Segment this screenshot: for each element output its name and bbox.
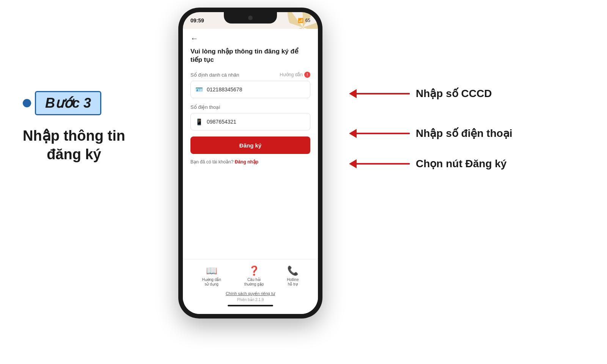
phone-input[interactable]: 📱 0987654321 bbox=[190, 113, 310, 130]
cccd-label: Số định danh cá nhân bbox=[190, 72, 239, 78]
guide-nav-icon: 📖 bbox=[206, 265, 217, 276]
nav-item-guide[interactable]: 📖 Hướng dẫnsử dụng bbox=[202, 265, 221, 287]
annotation-cccd: Nhập số CCCD bbox=[349, 87, 492, 100]
phone-value: 0987654321 bbox=[207, 119, 236, 125]
register-button[interactable]: Đăng ký bbox=[190, 136, 310, 154]
guide-row[interactable]: Hướng dẫn ! bbox=[280, 72, 310, 78]
battery-text: 65 bbox=[305, 18, 310, 23]
app-content: ← Vui lòng nhập thông tin đăng ký để tiế… bbox=[183, 29, 318, 314]
annotation-register-text: Chọn nút Đăng ký bbox=[416, 157, 506, 170]
nav-item-faq[interactable]: ❓ Câu hỏithường gặp bbox=[244, 265, 264, 287]
guide-text: Hướng dẫn bbox=[280, 72, 303, 77]
back-button[interactable]: ← bbox=[190, 34, 310, 43]
cccd-label-row: Số định danh cá nhân Hướng dẫn ! bbox=[190, 72, 310, 78]
arrow-register-line bbox=[357, 163, 410, 165]
nav-item-hotline[interactable]: 📞 Hotlinehỗ trợ bbox=[287, 265, 299, 287]
wifi-icon: 📶 bbox=[298, 18, 304, 23]
guide-nav-label: Hướng dẫnsử dụng bbox=[202, 278, 221, 287]
status-icons: 📶 65 bbox=[298, 18, 310, 23]
cccd-value: 012188345678 bbox=[207, 86, 242, 93]
arrow-cccd-head bbox=[349, 89, 357, 98]
cccd-input[interactable]: 🪪 012188345678 bbox=[190, 81, 310, 98]
guide-icon: ! bbox=[304, 72, 310, 78]
phone-container: 09:59 📶 65 ← Vui lòng nhập thông tin đăn… bbox=[178, 8, 322, 318]
annotation-phone: Nhập số điện thoại bbox=[349, 127, 513, 140]
cccd-icon: 🪪 bbox=[195, 86, 203, 93]
login-prompt-text: Bạn đã có tài khoản? bbox=[190, 159, 233, 165]
phone-label-row: Số điện thoại bbox=[190, 104, 310, 110]
annotation-cccd-text: Nhập số CCCD bbox=[416, 87, 492, 100]
step-dot bbox=[23, 99, 31, 107]
login-link[interactable]: Đăng nhập bbox=[235, 159, 258, 165]
phone-screen: 09:59 📶 65 ← Vui lòng nhập thông tin đăn… bbox=[183, 12, 318, 314]
phone-notch bbox=[224, 12, 277, 24]
notch-camera bbox=[248, 16, 253, 20]
arrow-cccd-line bbox=[357, 93, 410, 94]
annotation-phone-text: Nhập số điện thoại bbox=[416, 127, 513, 140]
arrow-cccd bbox=[349, 89, 410, 98]
home-indicator bbox=[228, 305, 273, 306]
login-prompt: Bạn đã có tài khoản? Đăng nhập bbox=[190, 159, 310, 165]
phone-frame: 09:59 📶 65 ← Vui lòng nhập thông tin đăn… bbox=[178, 8, 322, 318]
bottom-nav: 📖 Hướng dẫnsử dụng ❓ Câu hỏithường gặp 📞… bbox=[183, 259, 318, 314]
step-description: Nhập thông tin đăng ký bbox=[23, 127, 125, 164]
form-section: Số định danh cá nhân Hướng dẫn ! 🪪 01218… bbox=[183, 72, 318, 165]
arrow-phone bbox=[349, 129, 410, 138]
annotation-register: Chọn nút Đăng ký bbox=[349, 157, 506, 170]
step-desc-line2: đăng ký bbox=[47, 146, 101, 162]
arrow-phone-line bbox=[357, 133, 410, 134]
faq-nav-icon: ❓ bbox=[248, 265, 260, 276]
step-label: Bước 3 bbox=[45, 95, 91, 111]
app-title: Vui lòng nhập thông tin đăng ký để tiếp … bbox=[190, 47, 310, 64]
phone-icon: 📱 bbox=[195, 118, 203, 126]
privacy-link[interactable]: Chính sách quyền riêng tư bbox=[190, 291, 310, 296]
app-header: ← Vui lòng nhập thông tin đăng ký để tiế… bbox=[183, 29, 318, 72]
register-label: Đăng ký bbox=[239, 142, 261, 149]
step-box: Bước 3 bbox=[35, 91, 101, 115]
nav-items: 📖 Hướng dẫnsử dụng ❓ Câu hỏithường gặp 📞… bbox=[190, 265, 310, 287]
hotline-nav-label: Hotlinehỗ trợ bbox=[287, 278, 299, 287]
step-badge: Bước 3 bbox=[23, 91, 125, 115]
status-time: 09:59 bbox=[190, 17, 204, 24]
left-section: Bước 3 Nhập thông tin đăng ký bbox=[23, 91, 125, 164]
hotline-nav-icon: 📞 bbox=[287, 265, 299, 276]
version-text: Phiên bản 2.1.9 bbox=[190, 298, 310, 302]
step-desc-line1: Nhập thông tin bbox=[23, 128, 125, 144]
faq-nav-label: Câu hỏithường gặp bbox=[244, 278, 264, 287]
arrow-phone-head bbox=[349, 129, 357, 138]
arrow-register bbox=[349, 159, 410, 168]
arrow-register-head bbox=[349, 159, 357, 168]
phone-label: Số điện thoại bbox=[190, 104, 220, 110]
